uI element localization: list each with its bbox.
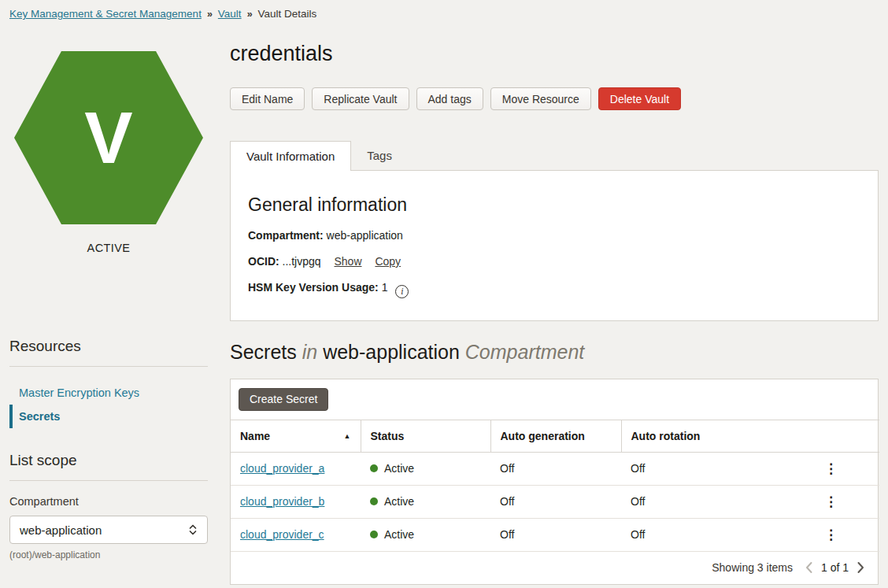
table-row: cloud_provider_b Active Off Off ⋮ <box>231 485 879 518</box>
secrets-heading-word: Secrets <box>230 341 297 363</box>
kebab-menu-icon[interactable]: ⋮ <box>824 528 838 542</box>
resources-heading: Resources <box>9 338 208 367</box>
kebab-menu-icon[interactable]: ⋮ <box>824 495 838 508</box>
page-indicator: 1 of 1 <box>821 561 849 574</box>
kebab-menu-icon[interactable]: ⋮ <box>824 462 838 475</box>
secret-link[interactable]: cloud_provider_b <box>240 495 324 508</box>
secrets-card: Create Secret Name ▲ Status Auto generat… <box>230 379 879 585</box>
table-row: cloud_provider_c Active Off Off ⋮ <box>231 518 879 551</box>
previous-page-icon[interactable] <box>805 561 813 574</box>
pagination: 1 of 1 <box>805 561 865 574</box>
secret-link[interactable]: cloud_provider_c <box>240 528 324 541</box>
add-tags-button[interactable]: Add tags <box>416 87 483 110</box>
auto-generation-value: Off <box>490 485 621 518</box>
hsm-info-value: 1 <box>382 281 388 294</box>
replicate-vault-button[interactable]: Replicate Vault <box>312 87 409 110</box>
column-header-auto-generation[interactable]: Auto generation <box>490 420 621 452</box>
action-buttons-row: Edit Name Replicate Vault Add tags Move … <box>230 87 879 110</box>
vault-status-label: ACTIVE <box>9 242 208 254</box>
column-header-name-label: Name <box>240 430 270 442</box>
auto-generation-value: Off <box>490 518 621 551</box>
vault-hexagon-icon: V <box>14 51 203 224</box>
list-scope-heading: List scope <box>9 452 208 481</box>
secrets-heading-compartment-word: Compartment <box>465 341 584 363</box>
edit-name-button[interactable]: Edit Name <box>230 87 305 110</box>
breadcrumb-link-key-management[interactable]: Key Management & Secret Management <box>9 8 202 20</box>
create-secret-button[interactable]: Create Secret <box>239 388 328 411</box>
ocid-info-row: OCID: ...tjvpgq Show Copy <box>248 255 860 268</box>
table-row: cloud_provider_a Active Off Off ⋮ <box>231 452 879 485</box>
compartment-label: Compartment <box>9 495 208 508</box>
tab-vault-information[interactable]: Vault Information <box>230 141 351 171</box>
secrets-toolbar: Create Secret <box>231 379 878 420</box>
status-text: Active <box>384 495 414 508</box>
secrets-section-heading: Secrets in web-application Compartment <box>230 341 879 364</box>
ocid-info-label: OCID: <box>248 255 279 268</box>
select-updown-chevron-icon <box>188 523 198 537</box>
page-title: credentials <box>230 42 879 66</box>
auto-generation-value: Off <box>490 452 621 485</box>
auto-rotation-value: Off <box>621 485 783 518</box>
status-dot-icon <box>370 497 378 505</box>
status-text: Active <box>384 462 414 475</box>
resources-list: Master Encryption Keys Secrets <box>9 381 208 428</box>
compartment-select[interactable]: web-application <box>9 516 208 544</box>
column-header-name[interactable]: Name ▲ <box>231 420 361 452</box>
sidebar-item-secrets[interactable]: Secrets <box>9 405 208 428</box>
status-dot-icon <box>370 464 378 472</box>
tab-bar: Vault Information Tags <box>230 141 879 170</box>
status-text: Active <box>384 528 414 541</box>
secrets-table-header-row: Name ▲ Status Auto generation Auto rotat… <box>231 420 879 452</box>
sort-ascending-icon: ▲ <box>344 432 351 440</box>
items-count-summary: Showing 3 items <box>712 561 793 574</box>
secret-link[interactable]: cloud_provider_a <box>240 462 324 475</box>
compartment-select-value: web-application <box>20 523 102 537</box>
sidebar: V ACTIVE Resources Master Encryption Key… <box>9 51 208 560</box>
general-information-heading: General information <box>248 194 860 216</box>
column-header-actions <box>783 420 879 452</box>
compartment-info-label: Compartment: <box>248 229 324 242</box>
secrets-heading-in: in <box>302 341 317 363</box>
ocid-copy-link[interactable]: Copy <box>375 255 401 268</box>
vault-information-card: General information Compartment: web-app… <box>230 170 879 321</box>
auto-rotation-value: Off <box>621 452 783 485</box>
tab-tags[interactable]: Tags <box>351 141 408 170</box>
status-dot-icon <box>370 531 378 538</box>
auto-rotation-value: Off <box>621 518 783 551</box>
main-content: credentials Edit Name Replicate Vault Ad… <box>230 0 879 585</box>
compartment-path-hint: (root)/web-application <box>9 549 208 560</box>
ocid-info-value: ...tjvpgq <box>283 255 321 268</box>
move-resource-button[interactable]: Move Resource <box>490 87 591 110</box>
secrets-heading-compartment-name: web-application <box>323 341 460 363</box>
sidebar-item-master-encryption-keys[interactable]: Master Encryption Keys <box>9 381 208 405</box>
table-footer: Showing 3 items 1 of 1 <box>231 552 878 584</box>
info-icon[interactable]: i <box>395 285 409 298</box>
delete-vault-button[interactable]: Delete Vault <box>598 87 681 110</box>
vault-hexagon-letter: V <box>84 102 132 174</box>
column-header-status[interactable]: Status <box>361 420 490 452</box>
next-page-icon[interactable] <box>857 561 865 574</box>
compartment-info-value: web-application <box>327 229 403 242</box>
secrets-table: Name ▲ Status Auto generation Auto rotat… <box>231 420 879 552</box>
ocid-show-link[interactable]: Show <box>334 255 361 268</box>
breadcrumb-separator-icon: » <box>207 9 213 20</box>
compartment-info-row: Compartment: web-application <box>248 229 860 242</box>
hsm-info-label: HSM Key Version Usage: <box>248 281 379 294</box>
column-header-auto-rotation[interactable]: Auto rotation <box>621 420 783 452</box>
hsm-info-row: HSM Key Version Usage: 1 i <box>248 281 860 298</box>
